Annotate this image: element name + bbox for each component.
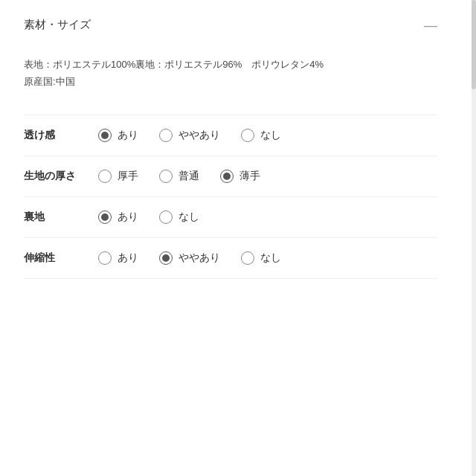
radio-circle-thickness-futsuu[interactable] [159,170,173,183]
radio-option-transparency-ari[interactable]: あり [98,129,138,142]
radio-circle-transparency-nashi[interactable] [241,129,254,142]
radio-label-lining-nashi: なし [178,210,199,224]
radio-circle-lining-ari[interactable] [98,210,112,224]
collapse-icon[interactable]: — [424,19,437,32]
property-label-transparency: 透け感 [24,129,98,142]
radio-label-transparency-nashi: なし [260,129,281,142]
radio-option-stretch-yayaari[interactable]: ややあり [159,251,220,265]
property-row-stretch: 伸縮性 あり ややあり なし [24,238,437,279]
property-options-transparency: あり ややあり なし [98,129,437,142]
radio-circle-thickness-usu[interactable] [220,170,234,183]
properties-list: 透け感 あり ややあり なし 生地の厚さ [24,115,437,279]
section-title: 素材・サイズ [24,18,91,32]
radio-circle-lining-nashi[interactable] [159,210,173,224]
section-header: 素材・サイズ — [24,18,437,32]
radio-circle-transparency-ari[interactable] [98,129,112,142]
scrollbar-thumb[interactable] [472,0,476,89]
radio-option-stretch-nashi[interactable]: なし [241,251,281,265]
radio-option-lining-nashi[interactable]: なし [159,210,199,224]
radio-label-thickness-futsuu: 普通 [178,170,199,183]
property-label-thickness: 生地の厚さ [24,170,98,183]
property-label-lining: 裏地 [24,210,98,224]
scrollbar[interactable] [472,0,476,476]
radio-circle-stretch-ari[interactable] [98,251,112,265]
radio-option-thickness-atsu[interactable]: 厚手 [98,170,138,183]
radio-label-stretch-yayaari: ややあり [178,251,220,265]
radio-option-thickness-usu[interactable]: 薄手 [220,170,260,183]
radio-circle-stretch-yayaari[interactable] [159,251,173,265]
radio-label-stretch-nashi: なし [260,251,281,265]
radio-option-transparency-yayaari[interactable]: ややあり [159,129,220,142]
radio-label-thickness-atsu: 厚手 [118,170,138,183]
radio-option-stretch-ari[interactable]: あり [98,251,138,265]
property-options-stretch: あり ややあり なし [98,251,437,265]
material-info: 表地：ポリエステル100%裏地：ポリエステル96% ポリウレタン4% 原産国:中… [24,56,437,91]
radio-label-lining-ari: あり [118,210,138,224]
radio-option-transparency-nashi[interactable]: なし [241,129,281,142]
material-line1: 表地：ポリエステル100%裏地：ポリエステル96% ポリウレタン4% [24,56,437,73]
radio-circle-stretch-nashi[interactable] [241,251,254,265]
property-row-thickness: 生地の厚さ 厚手 普通 薄手 [24,156,437,197]
property-options-lining: あり なし [98,210,437,224]
property-options-thickness: 厚手 普通 薄手 [98,170,437,183]
radio-circle-thickness-atsu[interactable] [98,170,112,183]
radio-option-thickness-futsuu[interactable]: 普通 [159,170,199,183]
radio-label-transparency-ari: あり [118,129,138,142]
property-row-transparency: 透け感 あり ややあり なし [24,115,437,156]
radio-option-lining-ari[interactable]: あり [98,210,138,224]
radio-label-transparency-yayaari: ややあり [178,129,220,142]
property-row-lining: 裏地 あり なし [24,197,437,238]
main-container: 素材・サイズ — 表地：ポリエステル100%裏地：ポリエステル96% ポリウレタ… [0,0,461,297]
property-label-stretch: 伸縮性 [24,251,98,265]
radio-label-thickness-usu: 薄手 [239,170,260,183]
radio-circle-transparency-yayaari[interactable] [159,129,173,142]
material-line2: 原産国:中国 [24,73,437,90]
radio-label-stretch-ari: あり [118,251,138,265]
